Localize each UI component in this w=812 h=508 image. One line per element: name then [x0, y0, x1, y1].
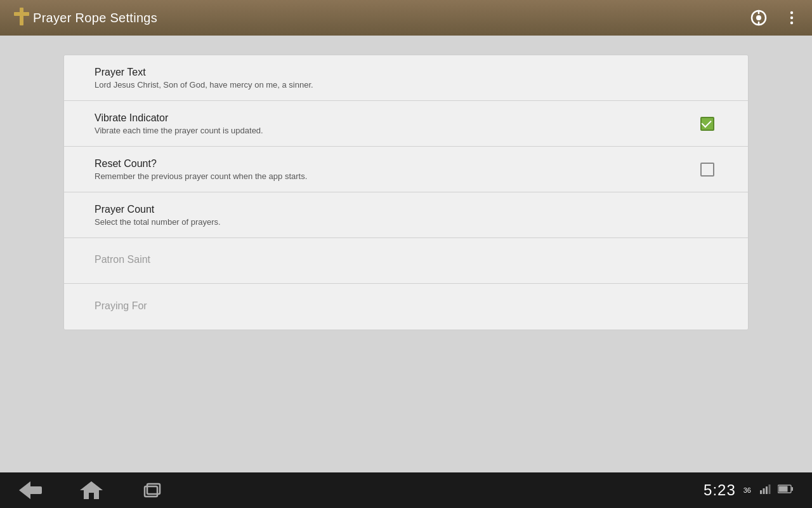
settings-item-praying-for: Praying For [64, 284, 748, 330]
svg-rect-19 [792, 487, 794, 491]
nav-left [19, 479, 164, 502]
settings-item-title-vibrate-indicator: Vibrate Indicator [95, 112, 697, 124]
checkbox-reset-count[interactable] [697, 159, 717, 180]
settings-item-prayer-count: Prayer CountSelect the total number of p… [64, 192, 748, 238]
svg-point-8 [790, 22, 793, 24]
settings-item-text-patron-saint: Patron Saint [95, 254, 717, 267]
settings-item-title-reset-count: Reset Count? [95, 158, 697, 170]
settings-item-text-reset-count: Reset Count?Remember the previous prayer… [95, 158, 697, 181]
main-content: Prayer TextLord Jesus Christ, Son of God… [0, 36, 812, 472]
settings-card: Prayer TextLord Jesus Christ, Son of God… [63, 55, 749, 330]
svg-point-7 [790, 17, 793, 19]
svg-marker-11 [80, 481, 103, 499]
svg-marker-9 [19, 481, 30, 499]
home-button[interactable] [80, 479, 103, 502]
checkbox-unchecked-reset-count[interactable] [700, 163, 714, 177]
svg-rect-15 [763, 488, 765, 494]
settings-item-title-prayer-text: Prayer Text [95, 67, 717, 78]
battery-number: 36 [743, 486, 751, 494]
svg-rect-1 [14, 12, 29, 16]
more-options-button[interactable] [782, 8, 802, 28]
checkbox-vibrate-indicator[interactable] [697, 114, 717, 134]
battery-icon [778, 485, 793, 496]
settings-item-vibrate-indicator[interactable]: Vibrate IndicatorVibrate each time the p… [64, 101, 748, 147]
settings-item-text-prayer-count: Prayer CountSelect the total number of p… [95, 204, 717, 227]
settings-item-patron-saint: Patron Saint [64, 238, 748, 284]
status-time: 5:23 [704, 481, 736, 499]
settings-item-prayer-text: Prayer TextLord Jesus Christ, Son of God… [64, 55, 748, 101]
nav-bar: 5:23 36 [0, 472, 812, 508]
app-logo-icon [10, 5, 33, 30]
app-title: Prayer Rope Settings [33, 11, 749, 25]
nav-right: 5:23 36 [704, 481, 793, 499]
svg-rect-10 [29, 486, 42, 494]
svg-point-3 [756, 15, 761, 20]
settings-item-subtitle-vibrate-indicator: Vibrate each time the prayer count is up… [95, 126, 697, 135]
checkbox-checked-vibrate-indicator[interactable] [700, 117, 714, 131]
recent-apps-button[interactable] [141, 479, 164, 502]
svg-rect-17 [769, 485, 771, 494]
settings-item-title-praying-for: Praying For [95, 300, 717, 312]
settings-item-title-prayer-count: Prayer Count [95, 204, 717, 215]
back-button[interactable] [19, 479, 42, 502]
settings-item-text-praying-for: Praying For [95, 300, 717, 314]
signal-icon [760, 484, 773, 497]
settings-item-title-patron-saint: Patron Saint [95, 254, 717, 265]
svg-rect-20 [779, 486, 788, 492]
app-bar: Prayer Rope Settings [0, 0, 812, 36]
settings-item-text-prayer-text: Prayer TextLord Jesus Christ, Son of God… [95, 67, 717, 90]
svg-point-6 [790, 11, 793, 14]
svg-rect-0 [20, 8, 23, 25]
svg-rect-14 [760, 490, 762, 494]
settings-item-reset-count[interactable]: Reset Count?Remember the previous prayer… [64, 147, 748, 192]
sync-button[interactable] [749, 8, 769, 28]
settings-item-subtitle-reset-count: Remember the previous prayer count when … [95, 171, 697, 181]
toolbar-actions [749, 8, 802, 28]
settings-item-text-vibrate-indicator: Vibrate IndicatorVibrate each time the p… [95, 112, 697, 135]
svg-rect-16 [766, 486, 768, 494]
settings-item-subtitle-prayer-count: Select the total number of prayers. [95, 217, 717, 227]
settings-item-subtitle-prayer-text: Lord Jesus Christ, Son of God, have merc… [95, 80, 717, 90]
